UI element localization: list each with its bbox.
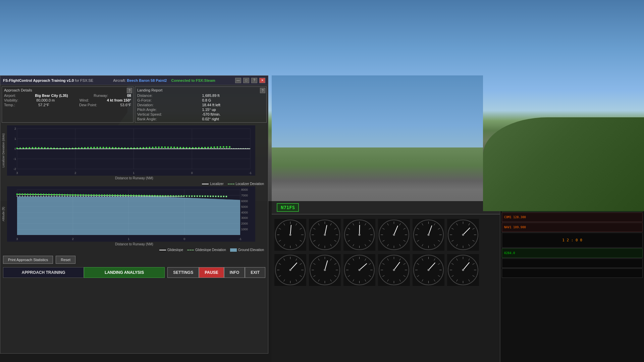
title-controls: — □ ? ✕ xyxy=(235,78,265,83)
minimize-button[interactable]: — xyxy=(235,78,241,83)
gauge-misc xyxy=(447,254,479,286)
legend-localizer-line xyxy=(202,184,209,184)
chart1-x-label: Distance to Runway (NM) xyxy=(2,176,267,180)
legend-ground-elev: Ground Elevation xyxy=(230,248,264,252)
title-center: Aircraft: Beech Baron 58 Paint2 Connecte… xyxy=(113,78,215,82)
landing-grid: Distance: 1,685.89 ft G-Force: 0.8 G Dev… xyxy=(137,94,264,121)
legend-localizer-dev: Localizer Deviation xyxy=(228,182,264,186)
legend-glideslope-dev: Glideslope Deviation xyxy=(187,248,226,252)
gauges-row-1 xyxy=(272,216,500,253)
landing-analysis-button[interactable]: LANDING ANALYSIS xyxy=(84,267,165,278)
nav-btn-right-group: SETTINGS PAUSE INFO EXIT xyxy=(167,267,265,278)
gauge-heading xyxy=(413,219,444,251)
gauge-airspeed xyxy=(274,219,306,251)
avionics-row-5[interactable]: 0284.0 xyxy=(502,248,643,258)
gauge-altimeter xyxy=(343,219,375,251)
info-button[interactable]: INFO xyxy=(224,267,245,278)
nav-btn-left-group: APPROACH TRAINING LANDING ANALYSIS xyxy=(3,267,165,278)
gauge-fuel xyxy=(343,254,375,286)
localizer-chart xyxy=(7,125,255,176)
chart1-area xyxy=(7,125,267,176)
temp-row: Temp.: 57.2°F Dew Point: 53.6°F xyxy=(4,103,131,107)
bottom-buttons-row: Print Approach Statistics Reset xyxy=(0,254,268,266)
chart2-legend: Glideslope Glideslope Deviation Ground E… xyxy=(2,247,267,252)
glideslope-chart xyxy=(7,186,255,242)
chart2-wrapper: Altitude (ft) Distance to Runway (NM) xyxy=(2,186,267,246)
chart2-with-axis: Altitude (ft) xyxy=(2,186,267,242)
runway-view xyxy=(272,147,483,208)
hill-background xyxy=(483,117,644,211)
legend-localizer-dev-line xyxy=(228,184,234,184)
legend-localizer: Localizer xyxy=(202,182,223,186)
charts-container: Localizer Deviation (dots) Distance to R… xyxy=(0,124,268,254)
chart1-legend: Localizer Localizer Deviation xyxy=(2,181,267,186)
visibility-row: Visibility: 80,000.0 m Wind: 4 kt from 1… xyxy=(4,98,131,102)
chart1-with-axis: Localizer Deviation (dots) xyxy=(2,125,267,176)
legend-glideslope: Glideslope xyxy=(159,248,183,252)
gauge-turn xyxy=(378,219,410,251)
avionics-stack: GPS ARM COM1 128.300 NAV1 109.900 1 2 : … xyxy=(500,201,644,362)
avionics-row-4[interactable]: 1 2 : 0 0 xyxy=(502,233,643,248)
legend-glideslope-line xyxy=(159,250,166,250)
exit-button[interactable]: EXIT xyxy=(245,267,265,278)
chart1-y-label: Localizer Deviation (dots) xyxy=(2,133,6,168)
avionics-row-6[interactable] xyxy=(502,258,643,268)
gauge-attitude xyxy=(309,219,341,251)
approach-details-panel: Approach Details ? Airport: Big Bear Cit… xyxy=(2,86,133,123)
tail-number-display: N71FS xyxy=(277,203,299,212)
pause-button[interactable]: PAUSE xyxy=(199,267,224,278)
info-sections: Approach Details ? Airport: Big Bear Cit… xyxy=(0,85,268,124)
main-overlay-panel: FS-FlightControl Approach Training v1.0 … xyxy=(0,75,268,354)
chart1-wrapper: Localizer Deviation (dots) Distance to R… xyxy=(2,125,267,180)
gauge-eng1 xyxy=(274,254,306,286)
legend-ground-elev-box xyxy=(230,248,237,252)
landing-report-panel: Landing Report ? Distance: 1,685.89 ft G… xyxy=(135,86,267,123)
maximize-button[interactable]: □ xyxy=(243,78,249,83)
gauge-manifold xyxy=(413,254,444,286)
avionics-row-2[interactable]: COM1 128.300 xyxy=(502,213,643,222)
gauge-oil xyxy=(378,254,410,286)
settings-button[interactable]: SETTINGS xyxy=(167,267,199,278)
print-stats-button[interactable]: Print Approach Statistics xyxy=(3,256,53,264)
chart2-x-label: Distance to Runway (NM) xyxy=(2,242,267,246)
legend-glideslope-dev-line xyxy=(187,250,194,250)
close-button[interactable]: ✕ xyxy=(259,78,265,83)
reset-button[interactable]: Reset xyxy=(56,256,75,264)
landing-help-btn[interactable]: ? xyxy=(260,88,265,93)
approach-help-btn[interactable]: ? xyxy=(127,88,132,93)
airport-row: Airport: Big Bear City (L35) Runway: 08 xyxy=(4,94,131,98)
help-button[interactable]: ? xyxy=(251,78,257,83)
title-left: FS-FlightControl Approach Training v1.0 … xyxy=(3,78,93,82)
chart2-area xyxy=(7,186,267,242)
nav-buttons-row: APPROACH TRAINING LANDING ANALYSIS SETTI… xyxy=(0,266,268,281)
title-bar: FS-FlightControl Approach Training v1.0 … xyxy=(0,76,268,85)
gauge-vsi xyxy=(447,219,479,251)
chart2-y-label: Altitude (ft) xyxy=(2,207,6,222)
gauge-eng2 xyxy=(309,254,341,286)
approach-training-button[interactable]: APPROACH TRAINING xyxy=(3,267,84,278)
avionics-row-3[interactable]: NAV1 109.900 xyxy=(502,223,643,232)
avionics-row-7[interactable] xyxy=(502,268,643,278)
gauges-row-2 xyxy=(272,251,500,289)
